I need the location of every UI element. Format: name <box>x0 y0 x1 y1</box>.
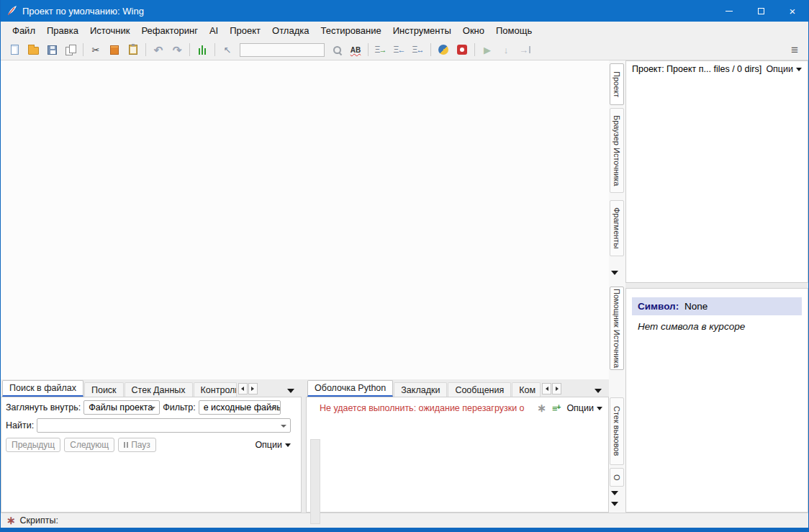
chevron-right-icon <box>556 387 559 391</box>
vtab-snippets[interactable]: Фрагменты <box>610 200 624 256</box>
tab-data-stack[interactable]: Стек Данных <box>125 382 193 397</box>
restart-shell-icon[interactable]: ≡ + <box>552 403 561 414</box>
menu-edit[interactable]: Правка <box>41 23 84 38</box>
vtab-source-assistant[interactable]: Помощник Источника <box>610 287 624 370</box>
collapse-right-bottom-button[interactable] <box>611 491 618 495</box>
redo-button[interactable]: ↷ <box>168 42 186 58</box>
shell-panel-menu-button[interactable] <box>595 389 602 393</box>
tab-search[interactable]: Поиск <box>84 382 124 397</box>
tab-commands[interactable]: Ком <box>512 382 541 397</box>
tab-bookmarks[interactable]: Закладки <box>394 382 447 397</box>
menu-file[interactable]: Файл <box>6 23 41 38</box>
menu-refactor[interactable]: Рефакторинг <box>135 23 204 38</box>
maximize-button[interactable] <box>745 0 777 22</box>
tab-scroll-left-button[interactable] <box>238 383 248 395</box>
vtab-project[interactable]: Проект <box>610 63 624 105</box>
right-tab-strip: Проект Браузер Источника Фрагменты Помощ… <box>609 60 625 513</box>
step-into-button[interactable]: → <box>515 42 534 58</box>
indent-right-icon: Ξ→ <box>375 45 387 55</box>
replace-button[interactable]: AB <box>346 42 365 58</box>
cut-button[interactable]: ✂ <box>86 42 105 58</box>
menu-ai[interactable]: AI <box>204 23 224 38</box>
toolbar-search-input[interactable] <box>240 43 325 57</box>
scripts-label: Скрипты: <box>20 515 58 526</box>
undo-icon: ↶ <box>154 45 163 55</box>
undo-button[interactable]: ↶ <box>149 42 168 58</box>
look-in-value: Файлы проекта <box>89 402 153 412</box>
chevron-down-icon <box>287 389 294 393</box>
shell-options-button[interactable]: Опции <box>566 403 602 413</box>
find-row: Найти: <box>1 415 301 433</box>
next-button[interactable]: Следующ <box>64 438 114 452</box>
collapse-panel-button[interactable] <box>611 502 618 506</box>
main-content: Поиск в файлах Поиск Стек Данных Контрол… <box>1 60 808 513</box>
previous-button[interactable]: Предыдущ <box>6 438 60 452</box>
save-icon <box>48 45 57 55</box>
vtab-source-browser[interactable]: Браузер Источника <box>610 108 624 193</box>
look-in-select[interactable]: Файлы проекта <box>83 400 160 415</box>
collapse-right-top-button[interactable] <box>611 271 618 275</box>
indent-left-button[interactable]: Ξ← <box>390 42 409 58</box>
look-in-row: Заглянуть внутрь: Файлы проекта Фильтр: … <box>1 397 301 415</box>
menu-window[interactable]: Окно <box>457 23 490 38</box>
chevron-down-icon <box>281 425 286 428</box>
save-all-button[interactable] <box>61 42 80 58</box>
indentation-button[interactable] <box>193 42 212 58</box>
pause-button[interactable]: Пауз <box>118 438 156 452</box>
open-file-button[interactable] <box>24 42 42 58</box>
search-in-files-panel: Поиск в файлах Поиск Стек Данных Контрол… <box>1 379 302 513</box>
debug-config-button[interactable] <box>453 42 471 58</box>
vtab-partial[interactable]: О <box>610 468 624 487</box>
shell-scrollbar[interactable] <box>310 439 320 524</box>
chevron-down-icon <box>611 271 618 275</box>
new-file-icon <box>11 45 19 55</box>
toolbar-separator <box>430 43 431 56</box>
debug-to-cursor-button[interactable]: ↓ <box>497 42 515 58</box>
menu-project[interactable]: Проект <box>224 23 266 38</box>
minimize-icon <box>726 11 733 12</box>
toolbar-separator <box>83 43 83 56</box>
tab-scroll-right-button[interactable] <box>248 383 258 395</box>
python-environment-button[interactable] <box>434 42 453 58</box>
minimize-button[interactable] <box>713 0 745 22</box>
tab-python-shell[interactable]: Оболочка Python <box>307 380 393 397</box>
search-buttons-row: Предыдущ Следующ Пауз Опции <box>1 433 301 452</box>
filter-select[interactable]: е исходные файлы <box>199 400 281 415</box>
save-button[interactable] <box>42 42 61 58</box>
toolbar-menu-button[interactable]: ≡ <box>785 42 804 58</box>
copy-button[interactable] <box>105 42 124 58</box>
search-panel-menu-button[interactable] <box>287 389 294 393</box>
project-tree[interactable] <box>626 77 808 271</box>
tab-scroll-left-button[interactable] <box>542 383 551 395</box>
tab-scroll-right-button[interactable] <box>552 383 561 395</box>
tab-messages[interactable]: Сообщения <box>448 382 511 397</box>
shell-header: Не удается выполнить: ожидание перезагру… <box>307 397 608 416</box>
chevron-down-icon <box>150 407 155 410</box>
indent-right-button[interactable]: Ξ→ <box>371 42 390 58</box>
pause-icon <box>124 442 128 448</box>
replace-ab-icon: AB <box>351 46 361 54</box>
search-options-button[interactable]: Опции <box>255 440 291 450</box>
menu-debug[interactable]: Отладка <box>266 23 315 38</box>
run-button[interactable]: ▶ <box>478 42 497 58</box>
wing-feather-icon <box>6 5 18 17</box>
new-file-button[interactable] <box>5 42 24 58</box>
paste-button[interactable] <box>124 42 143 58</box>
tab-watch[interactable]: Контроль <box>194 382 237 397</box>
debug-toggle-icon[interactable]: ∗ <box>537 402 546 415</box>
menu-source[interactable]: Источник <box>84 23 136 38</box>
toolbar-separator <box>145 43 146 56</box>
toggle-whitespace-button[interactable]: Ξ↔ <box>409 42 428 58</box>
find-input[interactable] <box>37 418 291 433</box>
chevron-down-icon <box>611 491 618 495</box>
close-button[interactable]: × <box>777 0 808 22</box>
editor-area[interactable] <box>1 60 609 379</box>
tab-search-in-files[interactable]: Поиск в файлах <box>2 380 83 397</box>
menu-testing[interactable]: Тестирование <box>315 23 387 38</box>
vtab-call-stack[interactable]: Стек вызовов <box>610 397 624 465</box>
search-button[interactable] <box>327 42 346 58</box>
menu-tools[interactable]: Инструменты <box>387 23 457 38</box>
goto-selection-button[interactable]: ↖ <box>218 42 237 58</box>
project-options-button[interactable]: Опции <box>766 64 802 74</box>
menu-help[interactable]: Помощь <box>490 23 538 38</box>
